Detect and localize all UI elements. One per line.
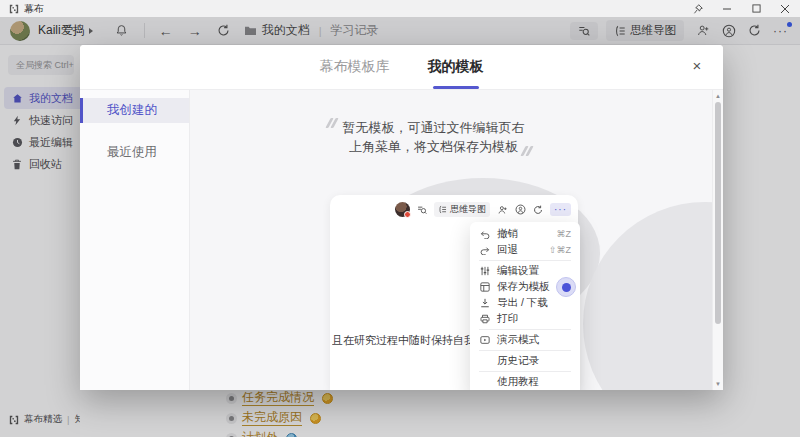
share-user-icon [497, 205, 508, 215]
menu-item-print: 打印 [470, 311, 580, 327]
redo-icon [479, 246, 490, 255]
pin-icon[interactable] [692, 3, 704, 15]
tab-my-templates[interactable]: 我的模板 [428, 58, 484, 76]
sync-icon [533, 205, 543, 215]
presentation-icon [479, 335, 490, 345]
app-window: 幕布 Kaili爱捣 ← → 我的文档 | 学习记录 [0, 0, 800, 437]
onboarding-beacon [556, 277, 576, 297]
menu-item-undo: 撤销 ⌘Z [470, 226, 580, 242]
quote-open-icon [328, 118, 336, 128]
menu-divider [479, 350, 571, 351]
sliders-icon [479, 266, 490, 276]
app-logo-icon [9, 4, 19, 14]
avatar [395, 202, 410, 217]
modal-nav-created-by-me[interactable]: 我创建的 [80, 98, 189, 123]
more-menu-icon: ··· [550, 203, 571, 216]
menu-item-redo: 回退 ⇧⌘Z [470, 242, 580, 258]
window-titlebar: 幕布 [0, 0, 800, 17]
download-icon [479, 298, 490, 308]
modal-header: 幕布模板库 我的模板 × [80, 45, 723, 90]
illustration-dropdown-menu: 撤销 ⌘Z 回退 ⇧⌘Z 编辑设置 保存为模板 [470, 222, 580, 390]
template-icon [479, 282, 490, 292]
illustration-doc-text: 且在研究过程中随时保持自我批 [332, 333, 486, 348]
modal-scrollbar[interactable]: ▲ ▼ [712, 90, 723, 390]
modal-body: 我创建的 最近使用 暂无模板，可通过文件编辑页右 上角菜单，将文档保存为模板 [80, 90, 723, 390]
menu-divider [479, 371, 571, 372]
scroll-down-icon[interactable]: ▼ [713, 380, 723, 388]
search-icon [417, 205, 427, 215]
modal-sidebar: 我创建的 最近使用 [80, 90, 190, 390]
window-title: 幕布 [24, 2, 44, 16]
close-window-button[interactable] [779, 3, 791, 15]
mindmap-icon [438, 205, 447, 214]
printer-icon [479, 314, 490, 324]
template-modal: 幕布模板库 我的模板 × 我创建的 最近使用 暂无模板，可通过文件编辑页右 上角… [80, 45, 723, 390]
menu-divider [479, 329, 571, 330]
scrollbar-thumb[interactable] [715, 102, 721, 324]
modal-nav-recently-used[interactable]: 最近使用 [80, 140, 189, 165]
menu-item-tutorial: 使用教程 [470, 374, 580, 390]
modal-content: 暂无模板，可通过文件编辑页右 上角菜单，将文档保存为模板 [190, 90, 723, 390]
tab-template-library[interactable]: 幕布模板库 [320, 58, 390, 76]
undo-icon [479, 230, 490, 239]
illustration-blob-right [583, 202, 723, 390]
menu-item-export-download: 导出 / 下载 [470, 295, 580, 311]
scroll-up-icon[interactable]: ▲ [713, 92, 723, 100]
close-icon[interactable]: × [688, 56, 706, 74]
quote-close-icon [523, 146, 531, 156]
menu-item-presentation-mode: 演示模式 [470, 332, 580, 348]
menu-divider [479, 260, 571, 261]
empty-state-text: 暂无模板，可通过文件编辑页右 上角菜单，将文档保存为模板 [190, 118, 723, 156]
illustration-toolbar: 思维导图 ··· [395, 202, 571, 217]
maximize-button[interactable] [750, 3, 762, 15]
mindmap-button: 思维导图 [434, 202, 490, 217]
minimize-button[interactable] [721, 3, 733, 15]
menu-item-history: 历史记录 [470, 353, 580, 369]
menu-item-save-as-template: 保存为模板 [470, 279, 580, 295]
collaborators-icon [515, 204, 526, 215]
